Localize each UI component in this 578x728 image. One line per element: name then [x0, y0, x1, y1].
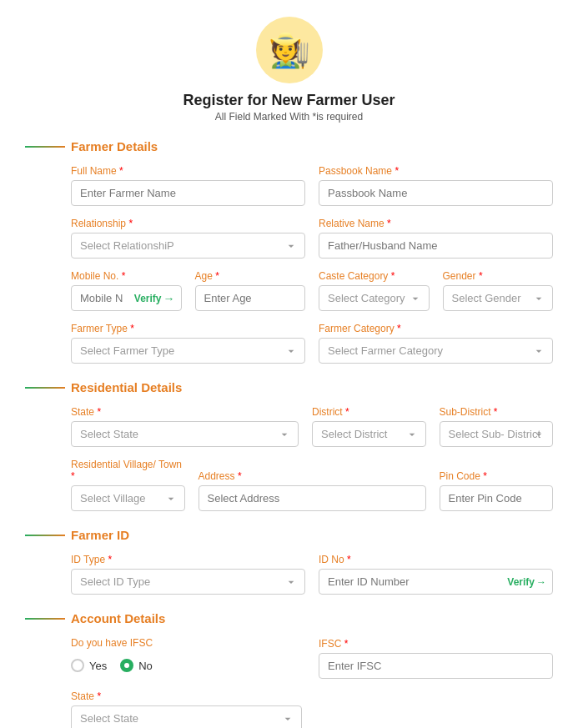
page-header: 🧑‍🌾 Register for New Farmer User All Fie… [25, 17, 553, 123]
sub-district-label: Sub-District * [440, 406, 554, 418]
relationship-group: Relationship * Select RelationshiP [71, 218, 305, 259]
radio-group: Yes No [71, 652, 305, 679]
section-line-id [25, 535, 65, 536]
state-district-row: State * Select State District * Select D… [71, 406, 553, 447]
farmer-type-label: Farmer Type * [71, 323, 305, 334]
verify-label: Verify [134, 293, 162, 304]
relationship-row: Relationship * Select RelationshiP Relat… [71, 218, 553, 259]
relative-name-label: Relative Name * [319, 218, 553, 229]
residential-details-section: Residential Details State * Select State… [25, 380, 553, 511]
age-label: Age * [195, 270, 306, 282]
village-label: Residential Village/ Town * [71, 459, 185, 482]
mobile-label: Mobile No. * [71, 270, 182, 282]
account-state-group: State * Select State [71, 690, 302, 728]
passbook-name-label: Passbook Name * [319, 165, 553, 177]
age-input[interactable] [195, 285, 306, 311]
caste-select[interactable]: Select Category [319, 285, 430, 311]
avatar: 🧑‍🌾 [256, 17, 323, 83]
id-verify-arrow-icon: → [536, 576, 546, 588]
page-subtitle: All Field Marked With *is required [215, 111, 363, 123]
sub-district-select[interactable]: Select Sub- District [440, 421, 554, 447]
state-group: State * Select State [71, 406, 299, 447]
village-group: Residential Village/ Town * Select Villa… [71, 459, 185, 511]
mobile-age-row: Mobile No. * Verify → Age * Caste Catego… [71, 270, 553, 311]
address-group: Address * [199, 470, 426, 511]
district-select[interactable]: Select District [312, 421, 426, 447]
yes-radio-circle [71, 659, 84, 672]
relationship-label: Relationship * [71, 218, 305, 229]
id-type-label: ID Type * [71, 554, 305, 565]
no-radio-circle [120, 659, 133, 672]
full-name-group: Full Name * [71, 165, 305, 206]
ifsc-radio-group: Do you have IFSC Yes No [71, 637, 305, 679]
farmer-details-label: Farmer Details [71, 139, 553, 153]
id-verify-button[interactable]: Verify → [507, 576, 546, 588]
account-state-row: State * Select State [71, 690, 553, 728]
passbook-name-group: Passbook Name * [319, 165, 553, 206]
caste-label: Caste Category * [319, 270, 430, 282]
full-name-label: Full Name * [71, 165, 305, 177]
passbook-name-input[interactable] [319, 180, 553, 206]
id-verify-wrapper: Verify → [319, 569, 553, 595]
address-label: Address * [199, 470, 426, 482]
have-ifsc-label: Do you have IFSC [71, 637, 305, 649]
relative-name-group: Relative Name * [319, 218, 553, 259]
yes-radio[interactable]: Yes [71, 659, 107, 672]
pin-code-group: Pin Code * [440, 470, 554, 511]
caste-group: Caste Category * Select Category [319, 270, 430, 311]
state-select[interactable]: Select State [71, 421, 299, 447]
mobile-verify-button[interactable]: Verify → [134, 292, 175, 305]
account-details-section: Account Details Do you have IFSC Yes No … [25, 611, 553, 728]
pin-code-input[interactable] [440, 485, 554, 511]
relative-name-input[interactable] [319, 233, 553, 259]
id-type-select[interactable]: Select ID Type [71, 569, 305, 595]
full-name-input[interactable] [71, 180, 305, 206]
page-title: Register for New Farmer User [183, 92, 395, 109]
address-input[interactable] [199, 485, 426, 511]
farmer-type-select[interactable]: Select Farmer Type [71, 338, 305, 364]
district-group: District * Select District [312, 406, 426, 447]
ifsc-input[interactable] [319, 653, 553, 679]
farmer-id-section: Farmer ID ID Type * Select ID Type ID No… [25, 528, 553, 595]
age-group: Age * [195, 270, 306, 311]
farmer-category-select[interactable]: Select Farmer Category [319, 338, 553, 364]
ifsc-radio-row: Do you have IFSC Yes No IFSC * [71, 637, 553, 679]
id-type-group: ID Type * Select ID Type [71, 554, 305, 595]
section-line-account [25, 618, 65, 620]
id-no-group: ID No * Verify → [319, 554, 553, 595]
id-row: ID Type * Select ID Type ID No * Verify … [71, 554, 553, 595]
village-address-row: Residential Village/ Town * Select Villa… [71, 459, 553, 511]
farmer-icon: 🧑‍🌾 [269, 31, 310, 70]
relationship-select[interactable]: Select RelationshiP [71, 233, 305, 259]
village-select[interactable]: Select Village [71, 485, 185, 511]
ifsc-label: IFSC * [319, 638, 553, 650]
ifsc-input-group: IFSC * [319, 638, 553, 679]
district-label: District * [312, 406, 426, 418]
state-label: State * [71, 406, 299, 418]
section-line [25, 146, 65, 148]
gender-group: Gender * Select Gender [443, 270, 554, 311]
mobile-group: Mobile No. * Verify → [71, 270, 182, 311]
id-no-label: ID No * [319, 554, 553, 565]
no-label: No [138, 660, 153, 672]
sub-district-group: Sub-District * Select Sub- District [440, 406, 554, 447]
no-radio[interactable]: No [120, 659, 153, 672]
gender-label: Gender * [443, 270, 554, 282]
mobile-input-wrapper: Verify → [71, 285, 182, 311]
page-container: 🧑‍🌾 Register for New Farmer User All Fie… [0, 0, 578, 728]
farmer-details-section: Farmer Details Full Name * Passbook Name… [25, 139, 553, 364]
farmer-category-group: Farmer Category * Select Farmer Category [319, 323, 553, 364]
farmer-type-row: Farmer Type * Select Farmer Type Farmer … [71, 323, 553, 364]
verify-arrow-icon: → [163, 292, 175, 305]
gender-select[interactable]: Select Gender [443, 285, 554, 311]
account-details-label: Account Details [71, 611, 553, 625]
pin-code-label: Pin Code * [440, 470, 554, 482]
account-state-label: State * [71, 690, 302, 702]
id-verify-label: Verify [507, 576, 535, 588]
section-line-residential [25, 387, 65, 389]
farmer-type-group: Farmer Type * Select Farmer Type [71, 323, 305, 364]
farmer-category-label: Farmer Category * [319, 323, 553, 334]
residential-label: Residential Details [71, 380, 553, 394]
account-state-select[interactable]: Select State [71, 705, 302, 728]
name-row: Full Name * Passbook Name * [71, 165, 553, 206]
